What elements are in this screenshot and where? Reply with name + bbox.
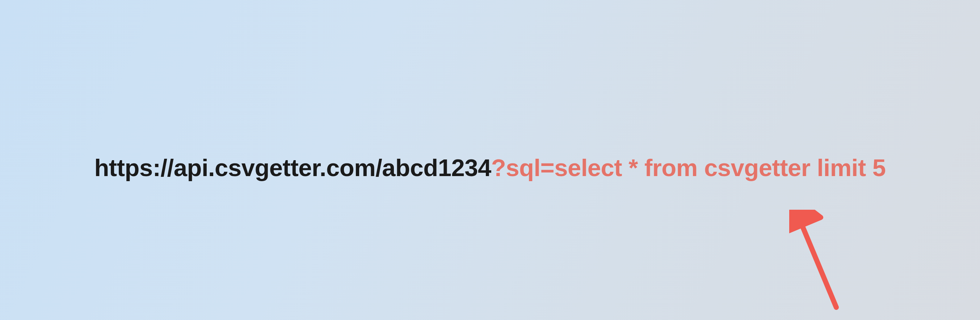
url-query-text: ?sql=select * from csvgetter limit 5 [491,154,886,181]
url-base-text: https://api.csvgetter.com/abcd1234 [94,154,491,181]
url-display: https://api.csvgetter.com/abcd1234?sql=s… [94,154,886,182]
svg-line-0 [800,220,836,307]
arrow-annotation-icon [789,210,862,318]
